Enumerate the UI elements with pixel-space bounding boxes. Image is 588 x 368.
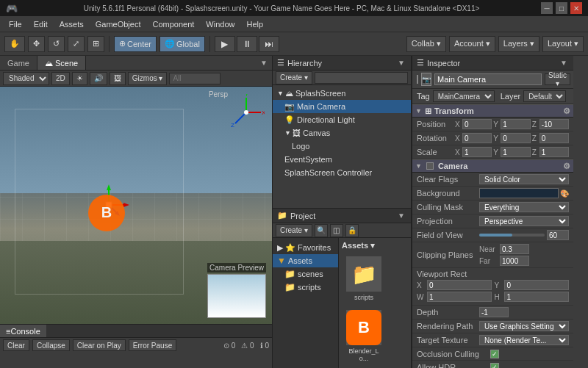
scale-x-input[interactable] [462,147,492,157]
tab-console[interactable]: ≡ Console [0,325,46,337]
rotation-z-input[interactable] [539,133,569,143]
scale-z-input[interactable] [539,147,569,157]
project-search-button[interactable]: 🔍 [315,224,328,237]
hierarchy-canvas[interactable]: ▼ 🖼 Canvas [273,126,411,140]
menu-help[interactable]: Help [240,18,269,30]
clear-flags-dropdown[interactable]: Solid Color [479,174,569,184]
depth-input[interactable] [479,307,509,317]
menu-assets[interactable]: Assets [54,18,90,30]
project-assets-folder[interactable]: ▼ Assets [273,254,338,267]
tab-scene[interactable]: ⛰ Scene [37,56,86,70]
scale-tool-button[interactable]: ⤢ [68,36,85,52]
image-effects-button[interactable]: 🖼 [110,72,126,85]
rect-tool-button[interactable]: ⊞ [87,36,104,52]
lights-button[interactable]: ☀ [72,72,87,85]
vp-x-input[interactable] [427,280,492,290]
error-pause-button[interactable]: Error Pause [129,339,176,351]
occlusion-checkbox[interactable]: ✓ [490,350,499,358]
menu-file[interactable]: File [3,18,28,30]
move-tool-button[interactable]: ✥ [28,36,45,52]
pause-button[interactable]: ⏸ [237,36,257,52]
camera-enabled-checkbox[interactable] [426,162,434,170]
rotate-tool-button[interactable]: ↺ [48,36,65,52]
hierarchy-search[interactable] [315,72,408,84]
tab-game[interactable]: Game [0,56,37,70]
layer-dropdown[interactable]: Default [523,90,566,102]
tag-dropdown[interactable]: MainCamera [433,90,495,102]
object-name-input[interactable] [434,73,542,85]
allow-hdr-checkbox[interactable]: ✓ [490,363,499,369]
position-y-input[interactable] [501,119,530,129]
hierarchy-directional-light[interactable]: 💡 Directional Light [273,113,411,126]
main-camera-icon: 📷 [284,102,295,112]
rendering-dropdown[interactable]: Use Graphics Setting [479,321,569,331]
2d-button[interactable]: 2D [51,72,70,85]
project-scripts-folder[interactable]: 📁 scripts [273,281,338,294]
layout-button[interactable]: Layout ▾ [542,36,584,52]
project-lock-button[interactable]: 🔒 [345,224,359,237]
transform-section-header[interactable]: ▼ ⊞ Transform ⚙ [412,104,573,118]
shading-dropdown[interactable]: Shaded [3,72,49,85]
menu-component[interactable]: Component [146,18,200,30]
far-input[interactable] [500,256,529,266]
global-button[interactable]: 🌐 Global [159,36,205,52]
close-button[interactable]: ✕ [570,2,582,14]
camera-section-header[interactable]: ▼ Camera ⚙ [412,159,573,173]
hierarchy-close[interactable]: ▼ [396,58,406,68]
menu-gameobject[interactable]: GameObject [90,18,147,30]
hierarchy-eventsystem[interactable]: EventSystem [273,153,411,166]
project-view-button[interactable]: ◫ [330,224,343,237]
layers-button[interactable]: Layers ▾ [498,36,539,52]
background-color-swatch[interactable] [479,188,559,198]
hierarchy-splashscreen-controller[interactable]: SplashScreen Controller [273,166,411,179]
hierarchy-logo[interactable]: Logo [273,140,411,153]
asset-scripts[interactable]: 📁 scripts [342,253,386,304]
scale-y-input[interactable] [501,147,530,157]
fov-slider[interactable] [479,234,545,237]
minimize-button[interactable]: ─ [541,2,553,14]
menu-window[interactable]: Window [200,18,240,30]
vp-h-input[interactable] [504,292,569,302]
project-scenes-folder[interactable]: 📁 scenes [273,267,338,281]
collapse-button[interactable]: Collapse [32,339,70,351]
culling-mask-dropdown[interactable]: Everything [479,202,569,212]
hierarchy-splashscreen[interactable]: ▼ ⛰ SplashScreen [273,87,411,100]
scene-panel-close[interactable]: ▼ [259,58,269,68]
vp-w-input[interactable] [427,292,492,302]
asset-blender[interactable]: B Blender_Lo... [342,307,386,365]
inspector-close[interactable]: ▼ [559,58,569,68]
camera-settings-icon[interactable]: ⚙ [563,162,570,171]
step-button[interactable]: ⏭ [259,36,279,52]
project-favorites-header[interactable]: ▶ ⭐ Favorites [273,241,338,254]
project-create-button[interactable]: Create ▾ [276,224,312,237]
project-close[interactable]: ▼ [396,211,406,221]
collab-button[interactable]: Collab ▾ [406,36,446,52]
viewport[interactable]: B Y X Z Persp Cam [0,87,272,324]
scene-search[interactable] [169,73,220,84]
clear-on-play-button[interactable]: Clear on Play [73,339,126,351]
vp-y-input[interactable] [504,280,569,290]
color-picker-icon[interactable]: 🎨 [560,190,569,198]
transform-settings-icon[interactable]: ⚙ [563,107,570,116]
clear-button[interactable]: Clear [3,339,29,351]
target-texture-dropdown[interactable]: None (Render Te... [479,335,569,345]
static-button[interactable]: Static ▾ [545,73,570,85]
hierarchy-main-camera[interactable]: 📷 Main Camera [273,100,411,113]
menu-edit[interactable]: Edit [28,18,54,30]
object-active-checkbox[interactable] [417,75,418,84]
audio-button[interactable]: 🔊 [90,72,107,85]
fov-value-input[interactable] [547,230,569,240]
position-x-input[interactable] [462,119,492,129]
rotation-y-input[interactable] [501,133,530,143]
center-button[interactable]: ⊕ Center [114,36,157,52]
gizmos-button[interactable]: Gizmos ▾ [128,72,168,85]
position-z-input[interactable] [539,119,569,129]
play-button[interactable]: ▶ [215,36,235,52]
account-button[interactable]: Account ▾ [449,36,495,52]
hierarchy-create-button[interactable]: Create ▾ [276,71,312,84]
projection-dropdown[interactable]: Perspective [479,216,569,226]
maximize-button[interactable]: □ [556,2,567,14]
hand-tool-button[interactable]: ✋ [4,36,25,52]
near-input[interactable] [500,244,529,254]
rotation-x-input[interactable] [462,133,492,143]
